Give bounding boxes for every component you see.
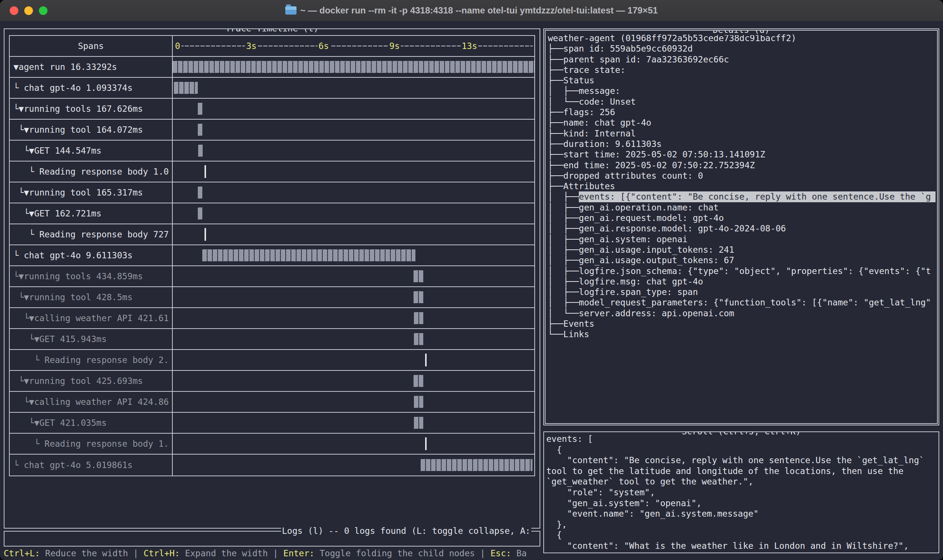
span-label: └ Reading response body 2. bbox=[10, 355, 169, 365]
span-bar-cell bbox=[173, 78, 534, 98]
span-label-cell: └▼running tool 164.072ms bbox=[10, 120, 173, 140]
span-label: └ Reading response body 727 bbox=[10, 229, 169, 240]
json-line: `get_weather` tool to get the weather.", bbox=[546, 476, 937, 487]
axis-tick-label: 3s bbox=[245, 41, 258, 51]
status-bar: Ctrl+L: Reduce the width | Ctrl+H: Expan… bbox=[4, 546, 540, 560]
span-label: └▼GET 421.035ms bbox=[10, 418, 106, 428]
details-line: │ └──code: Unset bbox=[548, 97, 935, 107]
tree-prefix: │ ├── bbox=[548, 191, 579, 202]
span-label: └ chat gpt-4o 9.611303s bbox=[10, 250, 133, 260]
span-label-cell: └▼running tools 434.859ms bbox=[10, 266, 173, 286]
status-separator: | bbox=[475, 548, 491, 558]
details-line: ├──span id: 559ab5e9cc60932d bbox=[548, 43, 935, 54]
selected-attribute-value[interactable]: events: [{"content": "Be concise, reply … bbox=[579, 191, 935, 202]
details-line: ├──start time: 2025-05-02 07:50:13.14109… bbox=[548, 149, 935, 160]
status-desc: Reduce the width bbox=[40, 548, 128, 558]
trace-timeline-panel: Trace Timeline (t) Spans 03s6s9s13s ▼age… bbox=[4, 28, 540, 529]
span-label: └▼GET 415.943ms bbox=[10, 334, 106, 344]
span-label-cell: └▼GET 144.547ms bbox=[10, 140, 173, 161]
span-event-marker bbox=[425, 437, 427, 450]
span-row[interactable]: └ Reading response body 1. bbox=[10, 434, 534, 455]
span-row[interactable]: └▼GET 162.721ms bbox=[10, 203, 534, 224]
span-row[interactable]: └ chat gpt-4o 9.611303s bbox=[10, 245, 534, 266]
span-row[interactable]: └▼running tools 167.626ms bbox=[10, 99, 534, 120]
span-label: └▼calling weather API 421.61 bbox=[10, 313, 169, 323]
details-line: │ ├──logfire.msg: chat gpt-4o bbox=[548, 276, 935, 287]
span-duration-bar bbox=[414, 417, 423, 429]
status-desc: Toggle folding the child nodes bbox=[314, 548, 475, 558]
details-line: ├──dropped attributes count: 0 bbox=[548, 171, 935, 181]
spans-header-label: Spans bbox=[78, 41, 103, 51]
status-key: Enter: bbox=[283, 548, 314, 558]
span-row[interactable]: └▼running tool 425.693ms bbox=[10, 371, 534, 392]
span-bar-cell bbox=[173, 245, 534, 265]
span-row[interactable]: └▼calling weather API 424.86 bbox=[10, 392, 534, 413]
span-label-cell: └ Reading response body 2. bbox=[10, 350, 173, 370]
span-label: └ Reading response body 1. bbox=[10, 438, 169, 449]
span-event-marker bbox=[205, 228, 206, 241]
scroll-panel[interactable]: Scroll (Ctrl+J, Ctrl+K) events: [ { "con… bbox=[543, 431, 939, 553]
axis-tick-label: 0 bbox=[174, 41, 182, 51]
close-window-button[interactable] bbox=[10, 6, 18, 15]
macos-titlebar: ~ — docker run --rm -it -p 4318:4318 --n… bbox=[0, 0, 943, 21]
span-label: └▼running tool 428.5ms bbox=[10, 292, 133, 302]
span-row[interactable]: └ chat gpt-4o 5.019861s bbox=[10, 455, 534, 475]
status-key: Esc: bbox=[491, 548, 511, 558]
span-row[interactable]: └▼running tool 428.5ms bbox=[10, 287, 534, 308]
span-row[interactable]: └▼GET 421.035ms bbox=[10, 413, 534, 434]
details-line[interactable]: │ ├──events: [{"content": "Be concise, r… bbox=[548, 191, 935, 202]
span-label-cell: └ Reading response body 1.0 bbox=[10, 162, 173, 182]
details-line: │ ├──message: bbox=[548, 86, 935, 96]
details-panel: Details (d) weather-agent (01968ff972a5b… bbox=[543, 28, 939, 425]
span-row[interactable]: └▼running tool 165.317ms bbox=[10, 182, 534, 203]
span-row[interactable]: └▼running tools 434.859ms bbox=[10, 266, 534, 287]
span-bar-cell bbox=[173, 413, 534, 433]
span-duration-bar bbox=[198, 103, 203, 115]
span-label-cell: ▼agent run 16.33292s bbox=[10, 57, 173, 77]
span-label-cell: └▼calling weather API 424.86 bbox=[10, 392, 173, 412]
status-key: Ctrl+H: bbox=[143, 548, 180, 558]
axis-tick-label: 6s bbox=[317, 41, 330, 51]
minimize-window-button[interactable] bbox=[24, 6, 33, 15]
status-desc: Ba bbox=[511, 548, 527, 558]
json-line: tool to get the latitude and longitude o… bbox=[546, 466, 937, 477]
terminal-content: Trace Timeline (t) Spans 03s6s9s13s ▼age… bbox=[0, 21, 943, 560]
spans-table: Spans 03s6s9s13s ▼agent run 16.33292s└ c… bbox=[9, 35, 535, 476]
span-label-cell: └▼running tool 425.693ms bbox=[10, 371, 173, 391]
span-row[interactable]: ▼agent run 16.33292s bbox=[10, 57, 534, 78]
span-bar-cell bbox=[173, 434, 534, 454]
details-line: ├──flags: 256 bbox=[548, 107, 935, 117]
details-panel-title: Details (d) bbox=[710, 28, 772, 35]
span-label-cell: └▼GET 421.035ms bbox=[10, 413, 173, 433]
zoom-window-button[interactable] bbox=[39, 6, 48, 15]
span-bar-cell bbox=[173, 99, 534, 119]
scroll-json-content: events: [ { "content": "Be concise, repl… bbox=[544, 432, 938, 551]
span-row[interactable]: └ chat gpt-4o 1.093374s bbox=[10, 78, 534, 99]
span-bar-cell bbox=[173, 287, 534, 307]
span-label-cell: └▼running tools 167.626ms bbox=[10, 99, 173, 119]
span-label-cell: └▼GET 162.721ms bbox=[10, 203, 173, 223]
details-line: ├──name: chat gpt-4o bbox=[548, 117, 935, 128]
span-row[interactable]: └ Reading response body 1.0 bbox=[10, 162, 534, 182]
span-row[interactable]: └▼calling weather API 421.61 bbox=[10, 308, 534, 329]
details-line: ├──Attributes bbox=[548, 181, 935, 191]
span-row[interactable]: └▼GET 144.547ms bbox=[10, 140, 534, 162]
json-line: "content": "Be concise, reply with one s… bbox=[546, 455, 937, 466]
span-row[interactable]: └ Reading response body 2. bbox=[10, 350, 534, 371]
details-line: │ ├──model_request_parameters: {"functio… bbox=[548, 297, 935, 308]
span-bar-cell bbox=[173, 224, 534, 245]
span-label-cell: └▼calling weather API 421.61 bbox=[10, 308, 173, 328]
terminal-window: ~ — docker run --rm -it -p 4318:4318 --n… bbox=[0, 0, 943, 560]
details-line: │ ├──gen_ai.operation.name: chat bbox=[548, 202, 935, 213]
json-line: "content": "What is the weather like in … bbox=[546, 540, 937, 551]
span-label: └▼running tools 167.626ms bbox=[10, 103, 143, 114]
window-title-wrap: ~ — docker run --rm -it -p 4318:4318 --n… bbox=[285, 5, 658, 16]
span-row[interactable]: └▼GET 415.943ms bbox=[10, 329, 534, 350]
span-bar-cell bbox=[173, 120, 534, 140]
span-row[interactable]: └▼running tool 164.072ms bbox=[10, 120, 534, 140]
logs-panel[interactable]: Logs (l) -- 0 logs found (L: toggle coll… bbox=[4, 531, 540, 546]
span-duration-bar bbox=[414, 396, 423, 408]
span-label: └▼running tools 434.859ms bbox=[10, 271, 143, 282]
span-row[interactable]: └ Reading response body 727 bbox=[10, 224, 534, 245]
span-duration-bar bbox=[198, 186, 203, 198]
